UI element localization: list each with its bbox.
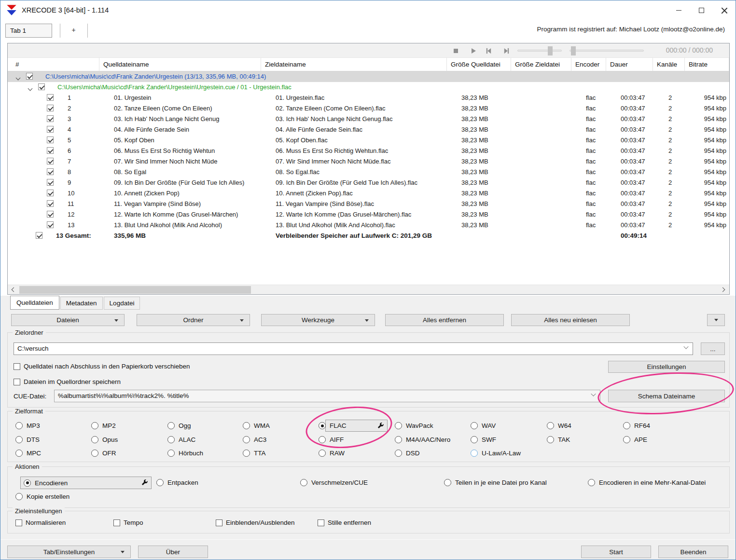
- format-radio-opus-input[interactable]: [91, 436, 98, 443]
- action-radio-verschmelzen-cue-input[interactable]: [300, 479, 307, 486]
- action-radio-teilen-in-je-eine-datei-pro-kanal[interactable]: Teilen in je eine Datei pro Kanal: [444, 479, 547, 486]
- scroll-right-icon[interactable]: [719, 285, 728, 295]
- format-radio-ape-input[interactable]: [623, 436, 630, 443]
- action-radio-kopie-erstellen-input[interactable]: [15, 493, 23, 500]
- format-radio-dts-input[interactable]: [15, 436, 23, 443]
- format-radio-w64-input[interactable]: [547, 422, 554, 429]
- totals-checkbox[interactable]: [36, 232, 42, 239]
- format-radio-wav[interactable]: WAV: [471, 422, 496, 429]
- format-radio-tak-input[interactable]: [547, 436, 554, 443]
- format-radio-dts[interactable]: DTS: [15, 436, 40, 443]
- column-header-größe-quelldatei[interactable]: Größe Quelldatei: [447, 58, 511, 71]
- column-header-größe-zieldatei[interactable]: Größe Zieldatei: [511, 58, 571, 71]
- track-row[interactable]: 101. Urgestein01. Urgestein.flac38,23 MB…: [8, 93, 729, 103]
- setting-checkbox-tempo[interactable]: Tempo: [113, 519, 143, 526]
- action-radio-teilen-in-je-eine-datei-pro-kanal-input[interactable]: [444, 479, 451, 486]
- format-radio-ogg-input[interactable]: [167, 422, 175, 429]
- format-radio-swf[interactable]: SWF: [471, 436, 496, 443]
- action-radio-encodieren-in-eine-mehr-kanal-datei-input[interactable]: [588, 479, 595, 486]
- action-radio-verschmelzen-cue[interactable]: Verschmelzen/CUE: [300, 479, 368, 486]
- format-radio-tta-input[interactable]: [243, 450, 250, 457]
- format-radio-raw-input[interactable]: [319, 450, 326, 457]
- format-radio-wav-input[interactable]: [471, 422, 478, 429]
- seek-slider[interactable]: [517, 50, 562, 52]
- column-header-quelldateiname[interactable]: Quelldateiname: [99, 58, 261, 71]
- column-header-[interactable]: #: [8, 58, 99, 71]
- format-radio-alac[interactable]: ALAC: [167, 436, 195, 443]
- row-checkbox[interactable]: [26, 73, 33, 80]
- maximize-button[interactable]: [690, 0, 713, 20]
- minimize-button[interactable]: [667, 0, 690, 20]
- scroll-left-icon[interactable]: [9, 285, 18, 295]
- format-radio-ogg[interactable]: Ogg: [167, 422, 191, 429]
- column-header-dauer[interactable]: Dauer: [606, 58, 653, 71]
- dateien-button[interactable]: Dateien: [11, 314, 125, 326]
- setting-checkbox-einblenden-ausblenden[interactable]: Einblenden/Ausblenden: [216, 519, 295, 526]
- close-button[interactable]: [713, 0, 736, 20]
- ordner-button[interactable]: Ordner: [137, 314, 250, 326]
- format-radio-alac-input[interactable]: [167, 436, 175, 443]
- einstellungen-button[interactable]: Einstellungen: [608, 361, 725, 373]
- stop-icon[interactable]: [452, 47, 459, 55]
- format-radio-mpc[interactable]: MPC: [15, 450, 41, 457]
- track-checkbox[interactable]: [47, 158, 54, 164]
- track-row[interactable]: 606. Muss Es Erst So Richtig Wehtun06. M…: [8, 146, 729, 156]
- volume-slider[interactable]: [569, 50, 644, 52]
- track-checkbox[interactable]: [47, 137, 54, 143]
- format-radio-mpc-input[interactable]: [15, 450, 23, 457]
- action-radio-entpacken[interactable]: Entpacken: [156, 479, 198, 486]
- action-radio-encodieren-in-eine-mehr-kanal-datei[interactable]: Encodieren in eine Mehr-Kanal-Datei: [588, 479, 706, 486]
- format-radio-mp2-input[interactable]: [91, 422, 98, 429]
- track-row[interactable]: 404. Alle Fünfe Gerade Sein04. Alle Fünf…: [8, 124, 729, 135]
- volume-slider-thumb[interactable]: [571, 46, 576, 55]
- scrollbar-thumb[interactable]: [19, 286, 251, 294]
- alles-entfernen-button[interactable]: Alles entfernen: [385, 314, 504, 326]
- track-row[interactable]: 303. Ich Hab' Noch Lange Nicht Genug03. …: [8, 114, 729, 124]
- format-radio-rf64-input[interactable]: [623, 422, 630, 429]
- track-checkbox[interactable]: [47, 105, 54, 111]
- column-header-zieldateiname[interactable]: Zieldateiname: [261, 58, 447, 71]
- setting-checkbox-stille-entfernen[interactable]: Stille entfernen: [318, 519, 371, 526]
- track-row[interactable]: 1313. Blut Und Alkohol (Milk And Alcohol…: [8, 220, 729, 231]
- action-radio-entpacken-input[interactable]: [156, 479, 164, 486]
- track-checkbox[interactable]: [47, 190, 54, 196]
- track-checkbox[interactable]: [47, 94, 54, 101]
- horizontal-scrollbar[interactable]: [8, 285, 729, 294]
- action-radio-encodieren-input[interactable]: [24, 479, 31, 487]
- setting-checkbox-stille-entfernen-input[interactable]: [318, 519, 324, 526]
- expander-icon[interactable]: [28, 86, 33, 92]
- skip-forward-icon[interactable]: [503, 47, 510, 55]
- browse-button[interactable]: ...: [701, 342, 725, 355]
- quellordner-checkbox-row[interactable]: Dateien im Quellordner speichern: [14, 378, 121, 385]
- track-row[interactable]: 707. Wir Sind Immer Noch Nicht Müde07. W…: [8, 156, 729, 167]
- format-radio-rf64[interactable]: RF64: [623, 422, 650, 429]
- tab-1[interactable]: Tab 1: [5, 24, 52, 38]
- format-radio-w64[interactable]: W64: [547, 422, 571, 429]
- setting-checkbox-tempo-input[interactable]: [113, 519, 120, 526]
- track-row[interactable]: 909. Ich Bin Der Größte (Für Geld Tue Ic…: [8, 178, 729, 188]
- track-row[interactable]: 1010. Annett (Zicken Pop)10. Annett (Zic…: [8, 188, 729, 199]
- tab-metadaten[interactable]: Metadaten: [60, 297, 103, 310]
- track-checkbox[interactable]: [47, 168, 54, 175]
- format-radio-ofr[interactable]: OFR: [91, 450, 116, 457]
- column-header-encoder[interactable]: Encoder: [571, 58, 606, 71]
- format-radio-mp3[interactable]: MP3: [15, 422, 40, 429]
- track-checkbox[interactable]: [47, 200, 54, 207]
- skip-back-icon[interactable]: [485, 47, 492, 55]
- setting-checkbox-einblenden-ausblenden-input[interactable]: [216, 519, 222, 526]
- track-checkbox[interactable]: [47, 179, 54, 186]
- track-checkbox[interactable]: [47, 115, 54, 122]
- more-actions-button[interactable]: [707, 314, 725, 326]
- row-checkbox[interactable]: [38, 83, 45, 90]
- seek-slider-thumb[interactable]: [548, 46, 553, 55]
- start-button[interactable]: Start: [581, 546, 651, 558]
- play-icon[interactable]: [470, 47, 477, 55]
- quellordner-checkbox[interactable]: [14, 379, 20, 385]
- alles-neu-einlesen-button[interactable]: Alles neu einlesen: [511, 314, 630, 326]
- format-radio-ape[interactable]: APE: [623, 436, 647, 443]
- format-radio-wavpack[interactable]: WavPack: [395, 422, 433, 429]
- track-row[interactable]: 505. Kopf Oben05. Kopf Oben.flac38,23 MB…: [8, 135, 729, 146]
- format-radio-dsd-input[interactable]: [395, 450, 402, 457]
- setting-checkbox-normalisieren[interactable]: Normalisieren: [15, 519, 66, 526]
- new-tab-button[interactable]: +: [60, 24, 87, 38]
